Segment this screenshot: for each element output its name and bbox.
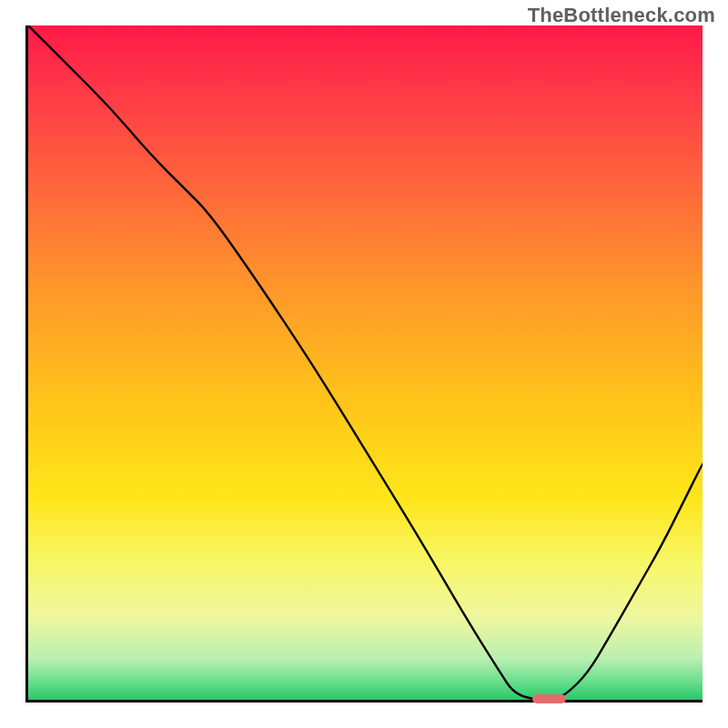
optimum-marker bbox=[532, 694, 566, 703]
plot-area bbox=[28, 25, 703, 700]
watermark-text: TheBottleneck.com bbox=[528, 4, 715, 27]
svg-rect-0 bbox=[28, 25, 703, 700]
plot-frame bbox=[25, 25, 703, 703]
gradient-background bbox=[28, 25, 703, 700]
